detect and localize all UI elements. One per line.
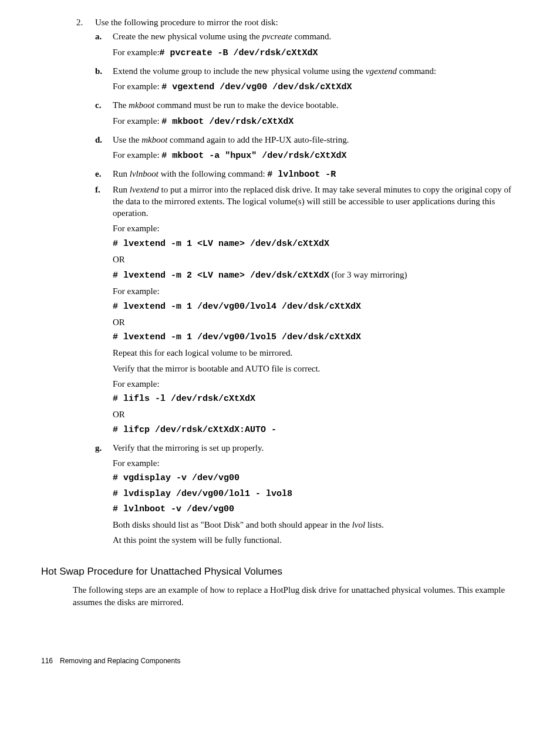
- section-paragraph: The following steps are an example of ho…: [73, 584, 519, 608]
- text-line: For example:: [113, 457, 519, 469]
- substep-g: g. Verify that the mirroring is set up p…: [95, 442, 519, 550]
- code-line: # lvlnboot -v /dev/vg00: [113, 504, 519, 515]
- text: command again to add the HP-UX auto-file…: [167, 135, 349, 144]
- italic-term: lvol: [352, 520, 366, 529]
- text: Use the: [113, 135, 141, 144]
- substep-label: c.: [95, 99, 113, 131]
- step-body: Use the following procedure to mirror th…: [95, 16, 519, 550]
- code: # lvlnboot -R: [267, 170, 336, 180]
- command-name: pvcreate: [262, 32, 292, 41]
- text: to put a mirror into the replaced disk d…: [113, 185, 511, 218]
- text-line: At this point the system will be fully f…: [113, 534, 519, 546]
- code-line: # lvextend -m 1 /dev/vg00/lvol4 /dev/dsk…: [113, 301, 519, 313]
- text-line: Verify that the mirroring is set up prop…: [113, 442, 519, 454]
- code-line: # lvextend -m 1 <LV name> /dev/dsk/cXtXd…: [113, 238, 519, 250]
- code-line: # lvextend -m 1 /dev/vg00/lvol5 /dev/dsk…: [113, 332, 519, 343]
- example-line: For example: # mkboot -a "hpux" /dev/rds…: [113, 149, 519, 162]
- text-line: The mkboot command must be run to make t…: [113, 99, 519, 111]
- text-line: Repeat this for each logical volume to b…: [113, 347, 519, 359]
- command-name: mkboot: [129, 100, 154, 110]
- text-line: Extend the volume group to include the n…: [113, 65, 519, 77]
- text: with the following command:: [158, 169, 267, 178]
- step-number: 2.: [73, 16, 95, 550]
- substep-label: d.: [95, 134, 113, 166]
- code-line: # lifls -l /dev/rdsk/cXtXdX: [113, 393, 519, 405]
- example-line: For example: # mkboot /dev/rdsk/cXtXdX: [113, 115, 519, 128]
- substep-d: d. Use the mkboot command again to add t…: [95, 134, 519, 166]
- text: For example:: [113, 82, 161, 91]
- substep-body: Use the mkboot command again to add the …: [113, 134, 519, 166]
- example-line: For example: # vgextend /dev/vg00 /dev/d…: [113, 80, 519, 93]
- substep-f: f. Run lvextend to put a mirror into the…: [95, 184, 519, 440]
- substep-body: Extend the volume group to include the n…: [113, 65, 519, 97]
- code: # vgextend /dev/vg00 /dev/dsk/cXtXdX: [161, 82, 352, 92]
- text-line: OR: [113, 316, 519, 328]
- substep-label: b.: [95, 65, 113, 97]
- substep-label: e.: [95, 168, 113, 181]
- step-2: 2. Use the following procedure to mirror…: [73, 16, 519, 550]
- text-line: Use the mkboot command again to add the …: [113, 134, 519, 146]
- substep-b: b. Extend the volume group to include th…: [95, 65, 519, 97]
- text: The: [113, 100, 129, 110]
- text: For example:: [113, 48, 160, 57]
- substep-e: e. Run lvlnboot with the following comma…: [95, 168, 519, 181]
- text: For example:: [113, 150, 161, 160]
- chapter-title: Removing and Replacing Components: [60, 657, 180, 665]
- text: command:: [397, 66, 436, 76]
- code: # mkboot -a "hpux" /dev/rdsk/cXtXdX: [161, 151, 346, 161]
- text-line: For example:: [113, 285, 519, 297]
- text-line: For example:: [113, 378, 519, 390]
- text: Run: [113, 185, 130, 194]
- code-line: # lvdisplay /dev/vg00/lol1 - lvol8: [113, 488, 519, 500]
- text: Run: [113, 169, 130, 178]
- code-line: # vgdisplay -v /dev/vg00: [113, 472, 519, 484]
- code-line: # lifcp /dev/rdsk/cXtXdX:AUTO -: [113, 424, 519, 436]
- text: Extend the volume group to include the n…: [113, 66, 366, 76]
- page-number: 116: [41, 657, 53, 665]
- command-name: lvlnboot: [130, 169, 158, 178]
- text-line: Create the new physical volume using the…: [113, 31, 519, 42]
- text: Both disks should list as "Boot Disk" an…: [113, 520, 352, 529]
- main-content: 2. Use the following procedure to mirror…: [73, 16, 519, 608]
- example-line: For example:# pvcreate -B /dev/rdsk/cXtX…: [113, 46, 519, 59]
- text-line: OR: [113, 409, 519, 420]
- command-name: vgextend: [366, 66, 397, 76]
- command-name: mkboot: [141, 135, 167, 144]
- text-line: Both disks should list as "Boot Disk" an…: [113, 519, 519, 531]
- text-line: OR: [113, 254, 519, 265]
- substep-label: a.: [95, 31, 113, 63]
- text-line: For example:: [113, 222, 519, 234]
- substep-body: Verify that the mirroring is set up prop…: [113, 442, 519, 550]
- code-line: # lvextend -m 2 <LV name> /dev/dsk/cXtXd…: [113, 269, 519, 282]
- substep-body: Run lvlnboot with the following command:…: [113, 168, 519, 181]
- text: command must be run to make the device b…: [154, 100, 338, 110]
- text: For example:: [113, 116, 161, 126]
- substep-body: Create the new physical volume using the…: [113, 31, 519, 63]
- substep-body: The mkboot command must be run to make t…: [113, 99, 519, 131]
- command-name: lvextend: [130, 185, 159, 194]
- text-line: Run lvextend to put a mirror into the re…: [113, 184, 519, 220]
- text: command.: [292, 32, 332, 41]
- substep-label: g.: [95, 442, 113, 550]
- text-line: Verify that the mirror is bootable and A…: [113, 363, 519, 374]
- text: (for 3 way mirroring): [329, 270, 407, 279]
- code: # lvextend -m 2 <LV name> /dev/dsk/cXtXd…: [113, 271, 329, 281]
- step-intro: Use the following procedure to mirror th…: [95, 16, 519, 28]
- text: lists.: [365, 520, 384, 529]
- code: # mkboot /dev/rdsk/cXtXdX: [161, 117, 294, 127]
- page: 2. Use the following procedure to mirror…: [0, 0, 560, 681]
- text: Create the new physical volume using the: [113, 32, 262, 41]
- substep-label: f.: [95, 184, 113, 440]
- substep-c: c. The mkboot command must be run to mak…: [95, 99, 519, 131]
- substep-body: Run lvextend to put a mirror into the re…: [113, 184, 519, 440]
- code: # pvcreate -B /dev/rdsk/cXtXdX: [160, 48, 318, 58]
- page-footer: 116Removing and Replacing Components: [41, 656, 180, 666]
- substep-a: a. Create the new physical volume using …: [95, 31, 519, 63]
- section-heading: Hot Swap Procedure for Unattached Physic…: [41, 565, 519, 579]
- text-line: Run lvlnboot with the following command:…: [113, 168, 519, 181]
